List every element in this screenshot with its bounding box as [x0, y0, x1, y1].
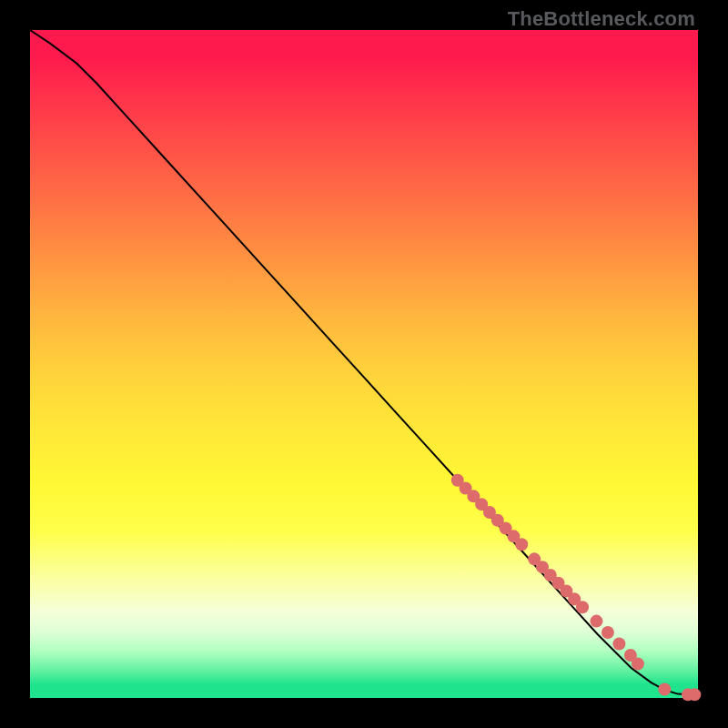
data-point	[576, 601, 589, 613]
scatter-group	[451, 474, 702, 702]
curve-path	[30, 30, 698, 695]
data-point	[602, 626, 614, 639]
chart-frame: { "watermark": "TheBottleneck.com", "plo…	[0, 0, 728, 728]
data-point	[612, 638, 625, 651]
chart-overlay	[30, 30, 698, 698]
data-point	[658, 682, 671, 695]
data-point	[688, 688, 701, 701]
data-point	[632, 658, 644, 671]
data-point	[515, 538, 528, 551]
data-point	[590, 615, 602, 628]
watermark-text: TheBottleneck.com	[508, 7, 695, 31]
